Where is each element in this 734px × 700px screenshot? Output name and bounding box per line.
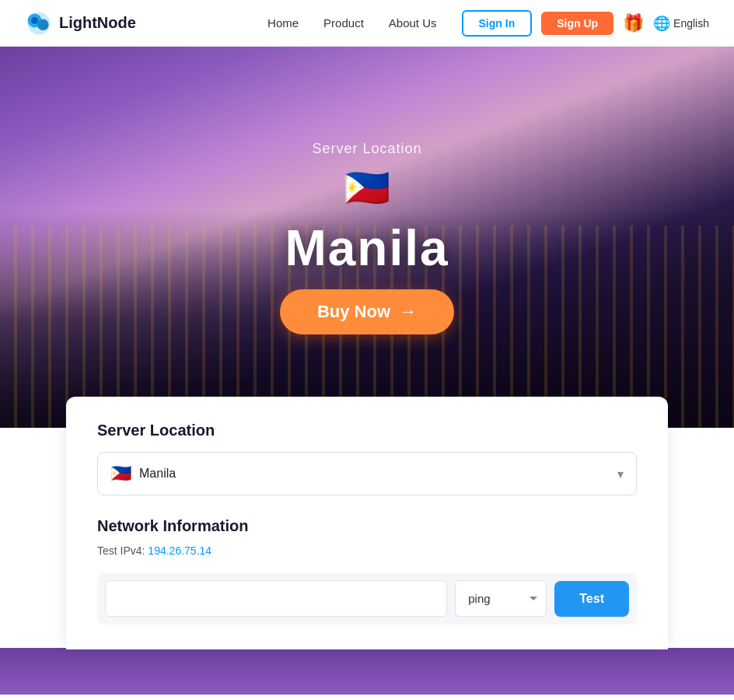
signup-button[interactable]: Sign Up [541,12,613,35]
hero-section: Server Location 🇵🇭 Manila Buy Now → [0,47,734,428]
selected-flag: 🇵🇭 [110,464,131,484]
hero-flag: 🇵🇭 [344,170,390,207]
test-ipv4-link[interactable]: 194.26.75.14 [148,544,211,557]
logo-icon [25,9,53,37]
network-section: Network Information Test IPv4: 194.26.75… [97,517,637,625]
signin-button[interactable]: Sign In [462,10,533,37]
test-method-select[interactable]: ping traceroute mtr [455,580,547,617]
test-input[interactable] [105,580,447,617]
language-label: English [673,17,709,30]
logo-area[interactable]: LightNode [25,9,136,37]
gift-icon[interactable]: 🎁 [623,13,644,33]
test-row: ping traceroute mtr Test [97,572,637,625]
nav-about[interactable]: About Us [389,16,437,30]
network-title: Network Information [97,517,637,535]
test-button[interactable]: Test [554,581,629,617]
location-dropdown[interactable]: 🇵🇭 Manila ▾ [97,452,637,495]
content-card: Server Location 🇵🇭 Manila ▾ Network Info… [66,397,668,649]
hero-label: Server Location [312,141,421,157]
svg-point-3 [31,16,38,23]
hero-city-name: Manila [285,219,449,277]
location-left: 🇵🇭 Manila [110,464,176,484]
nav-home[interactable]: Home [267,16,299,30]
globe-icon: 🌐 [653,15,670,32]
navbar: LightNode Home Product About Us Sign In … [0,0,734,47]
svg-point-2 [37,19,48,30]
nav-actions: Sign In Sign Up 🎁 🌐 English [462,10,709,37]
server-location-title: Server Location [97,422,637,439]
nav-product[interactable]: Product [323,16,364,30]
hero-content: Server Location 🇵🇭 Manila Buy Now → [280,141,454,334]
selected-city: Manila [139,467,176,481]
arrow-icon: → [400,302,417,322]
bottom-strip [0,648,734,695]
server-location-section: Server Location 🇵🇭 Manila ▾ [97,422,637,495]
logo-text: LightNode [59,14,136,32]
chevron-down-icon: ▾ [617,467,624,481]
buy-now-label: Buy Now [317,302,390,322]
language-selector[interactable]: 🌐 English [653,15,709,32]
buy-now-button[interactable]: Buy Now → [280,289,454,334]
test-ipv4-row: Test IPv4: 194.26.75.14 [97,544,637,557]
nav-links: Home Product About Us [267,16,436,30]
test-ipv4-label: Test IPv4: [97,544,145,557]
